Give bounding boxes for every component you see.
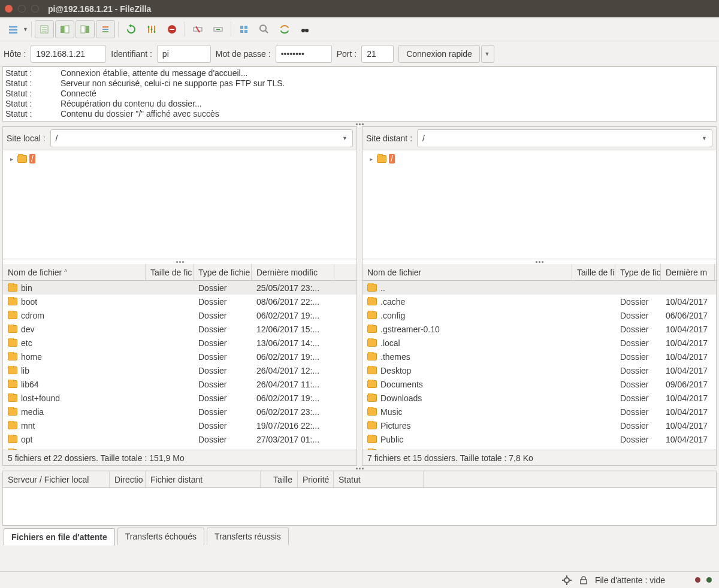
local-path-combo[interactable]: / ▼ (50, 129, 353, 147)
file-row[interactable]: optDossier27/03/2017 01:... (3, 432, 357, 446)
reconnect-button[interactable] (209, 20, 228, 38)
folder-icon (367, 311, 377, 319)
file-row[interactable]: bootDossier08/06/2017 22:... (3, 295, 357, 308)
toggle-log-button[interactable] (35, 20, 54, 38)
col-modified[interactable]: Dernière modific (252, 264, 334, 280)
tree-node-label: / (389, 154, 395, 163)
file-row[interactable]: .. (362, 281, 716, 295)
file-row[interactable]: .cacheDossier10/04/2017 (362, 295, 716, 308)
site-manager-dropdown-icon[interactable]: ▼ (23, 26, 28, 32)
pass-input[interactable] (276, 45, 332, 63)
host-input[interactable] (31, 45, 106, 63)
folder-icon (8, 394, 17, 402)
file-name: home (21, 352, 42, 362)
splitter-local[interactable] (3, 259, 357, 264)
port-input[interactable] (361, 45, 394, 63)
file-row[interactable]: libDossier26/04/2017 12:... (3, 363, 357, 377)
compare-button[interactable] (255, 20, 274, 38)
col-type[interactable]: Type de fichie (194, 264, 252, 280)
file-row[interactable]: .themesDossier10/04/2017 (362, 350, 716, 363)
expand-icon[interactable]: ▸ (8, 156, 15, 162)
search-button[interactable] (295, 20, 315, 38)
col-direction[interactable]: Directio (110, 471, 146, 487)
file-row[interactable]: mntDossier19/07/2016 22:... (3, 419, 357, 432)
tab-failed[interactable]: Transferts échoués (117, 528, 204, 545)
expand-icon[interactable]: ▸ (367, 156, 374, 162)
file-name: Downloads (380, 393, 422, 403)
toggle-local-tree-button[interactable] (55, 20, 74, 38)
col-qstatus[interactable]: Statut (334, 471, 424, 487)
col-remotefile[interactable]: Fichier distant (146, 471, 261, 487)
indicator-dot-1 (695, 577, 700, 583)
window-close-button[interactable] (5, 5, 13, 13)
status-bar: File d'attente : vide (0, 571, 719, 588)
window-maximize-button[interactable] (31, 5, 39, 13)
tab-queued[interactable]: Fichiers en file d'attente (4, 528, 115, 545)
file-row[interactable]: mediaDossier06/02/2017 23:... (3, 405, 357, 419)
file-row[interactable]: devDossier12/06/2017 15:... (3, 322, 357, 336)
file-row[interactable]: .localDossier10/04/2017 (362, 336, 716, 350)
col-size[interactable]: Taille de fic (146, 264, 194, 280)
splitter-remote[interactable] (362, 259, 716, 264)
disconnect-button[interactable] (188, 20, 207, 38)
cancel-button[interactable] (162, 20, 182, 38)
file-row[interactable]: DesktopDossier10/04/2017 (362, 363, 716, 377)
file-row[interactable]: PicturesDossier10/04/2017 (362, 419, 716, 432)
filter-button[interactable] (234, 20, 253, 38)
window-minimize-button[interactable] (18, 5, 26, 13)
folder-icon (8, 284, 17, 292)
indicator-dot-2 (706, 577, 712, 583)
folder-icon (8, 380, 17, 388)
file-row[interactable]: lost+foundDossier06/02/2017 19:... (3, 391, 357, 405)
svg-point-11 (147, 26, 149, 28)
file-name: .local (380, 338, 400, 348)
col-server[interactable]: Serveur / Fichier local (3, 471, 110, 487)
toggle-remote-tree-button[interactable] (75, 20, 95, 38)
splitter-queue[interactable] (0, 466, 719, 471)
col-qsize[interactable]: Taille (261, 471, 298, 487)
file-row[interactable]: MusicDossier10/04/2017 (362, 405, 716, 419)
col-modified[interactable]: Dernière m (661, 264, 715, 280)
remote-tree[interactable]: ▸ / (362, 150, 716, 259)
file-row[interactable]: etcDossier13/06/2017 14:... (3, 336, 357, 350)
file-row[interactable]: homeDossier06/02/2017 19:... (3, 350, 357, 363)
process-queue-button[interactable] (142, 20, 161, 38)
remote-path-combo[interactable]: / ▼ (417, 129, 712, 147)
file-name: Desktop (380, 366, 411, 375)
queue-status-text: File d'attente : vide (595, 575, 665, 585)
user-input[interactable] (157, 45, 211, 63)
splitter-log[interactable] (0, 122, 719, 126)
sync-browse-button[interactable] (275, 20, 294, 38)
local-list-body[interactable]: binDossier25/05/2017 23:...bootDossier08… (3, 281, 357, 450)
file-row[interactable]: .gstreamer-0.10Dossier10/04/2017 (362, 322, 716, 336)
file-row[interactable]: .configDossier06/06/2017 (362, 308, 716, 322)
file-name: lib64 (21, 380, 39, 389)
queue-body[interactable] (3, 488, 716, 525)
col-type[interactable]: Type de fic (615, 264, 661, 280)
quick-connect-button[interactable]: Connexion rapide (398, 45, 480, 63)
file-row[interactable]: binDossier25/05/2017 23:... (3, 281, 357, 295)
gear-icon[interactable] (561, 575, 572, 586)
refresh-button[interactable] (122, 20, 141, 38)
file-row[interactable]: DocumentsDossier09/06/2017 (362, 377, 716, 391)
site-manager-button[interactable] (4, 20, 23, 38)
file-row[interactable]: cdromDossier06/02/2017 19:... (3, 308, 357, 322)
quick-connect-dropdown[interactable]: ▼ (481, 45, 494, 63)
col-size[interactable]: Taille de fi (572, 264, 615, 280)
file-row[interactable]: lib64Dossier26/04/2017 11:... (3, 377, 357, 391)
file-row[interactable]: DownloadsDossier10/04/2017 (362, 391, 716, 405)
col-name[interactable]: Nom de fichier (362, 264, 572, 280)
tree-row[interactable]: ▸ / (8, 154, 352, 163)
remote-list-body[interactable]: ...cacheDossier10/04/2017.configDossier0… (362, 281, 716, 450)
tree-row[interactable]: ▸ / (367, 154, 711, 163)
file-name: .themes (380, 352, 410, 362)
tab-success[interactable]: Transferts réussis (207, 528, 289, 545)
local-tree[interactable]: ▸ / (3, 150, 357, 259)
toggle-queue-button[interactable] (96, 20, 115, 38)
col-name[interactable]: Nom de fichier^ (3, 264, 146, 280)
host-label: Hôte : (4, 49, 26, 59)
file-row[interactable]: PublicDossier10/04/2017 (362, 432, 716, 446)
col-priority[interactable]: Priorité (298, 471, 334, 487)
message-log[interactable]: Statut : Connexion établie, attente du m… (2, 66, 717, 122)
lock-icon[interactable] (578, 575, 589, 586)
